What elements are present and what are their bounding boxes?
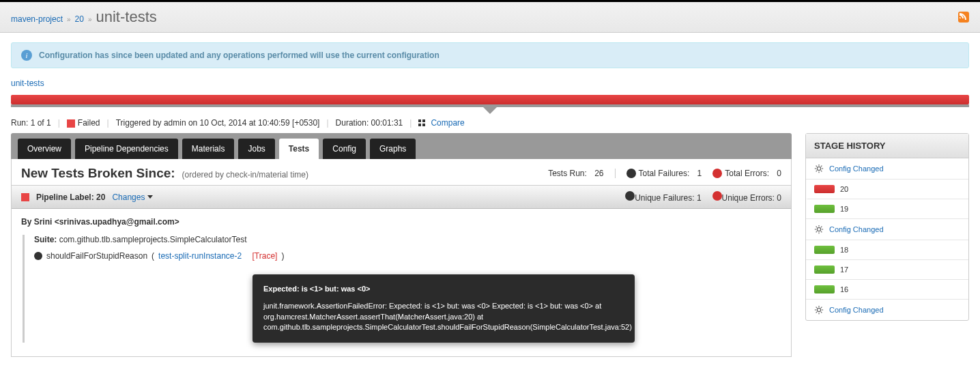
suite-label: Suite: (34, 235, 57, 244)
svg-point-6 (817, 167, 820, 170)
test-dot-icon (34, 252, 42, 260)
suite-name: com.github.tlb.sampleprojects.SimpleCalc… (59, 235, 247, 244)
breadcrumb: maven-project » 20 » unit-tests (11, 8, 157, 26)
test-row: shouldFailForStupidReason (test-split-ru… (34, 251, 781, 261)
tests-run: Tests Run: 26 (548, 169, 603, 178)
stage-history-title: STAGE HISTORY (806, 134, 968, 158)
breadcrumb-pipeline[interactable]: maven-project (11, 14, 63, 24)
gear-icon (814, 305, 824, 315)
stage-grey-strip (11, 104, 969, 107)
stage-history-panel: STAGE HISTORY Config Changed2019Config C… (805, 133, 969, 321)
tab-overview[interactable]: Overview (18, 139, 71, 159)
test-detail: By Srini <srinivas.upadhya@gmail.com> Su… (12, 209, 791, 356)
build-bar-icon (814, 266, 835, 274)
history-build-item[interactable]: 16 (806, 280, 968, 300)
build-bar-icon (814, 246, 835, 254)
test-name: shouldFailForStupidReason (46, 251, 147, 261)
build-bar-icon (814, 185, 835, 193)
svg-point-15 (817, 227, 820, 231)
summary-title: New Tests Broken Since: (21, 166, 175, 181)
test-summary-row: New Tests Broken Since: (ordered by chec… (12, 159, 791, 185)
history-config-changed[interactable]: Config Changed (806, 219, 968, 240)
pipeline-fail-chip-icon (21, 193, 29, 201)
svg-line-12 (821, 171, 822, 171)
svg-line-22 (816, 231, 817, 232)
info-message: Configuration has since been updated and… (39, 51, 439, 60)
changes-dropdown[interactable]: Changes (112, 192, 153, 202)
gear-icon (814, 164, 824, 173)
gear-icon (814, 225, 824, 234)
failure-dot-icon (626, 169, 636, 178)
unique-errors: Unique Errors: 0 (712, 191, 781, 203)
tab-content: New Tests Broken Since: (ordered by chec… (11, 159, 792, 357)
summary-subtitle: (ordered by check-in/material time) (182, 170, 308, 180)
compare-link[interactable]: Compare (418, 118, 464, 128)
instance-link[interactable]: test-split-runInstance-2 (158, 251, 242, 261)
tab-jobs[interactable]: Jobs (238, 139, 274, 159)
config-changed-link[interactable]: Config Changed (829, 225, 884, 233)
tab-tests[interactable]: Tests (279, 139, 319, 159)
total-failures: Total Failures: 1 (626, 169, 702, 178)
build-number: 16 (840, 285, 848, 293)
tab-pipeline-dependencies[interactable]: Pipeline Dependencies (75, 139, 178, 159)
tab-materials[interactable]: Materials (182, 139, 235, 159)
svg-line-14 (821, 166, 822, 167)
breadcrumb-sep: » (67, 16, 71, 23)
stage-status-bar (11, 95, 969, 107)
history-build-item[interactable]: 19 (806, 199, 968, 219)
build-bar-icon (814, 285, 835, 293)
svg-line-23 (821, 227, 822, 227)
config-changed-link[interactable]: Config Changed (829, 306, 884, 314)
compare-icon (418, 119, 428, 126)
pipeline-label-bar: Pipeline Label: 20 Changes Unique Failur… (12, 185, 791, 209)
svg-line-11 (816, 166, 817, 167)
history-config-changed[interactable]: Config Changed (806, 158, 968, 180)
fail-chip-icon (67, 119, 75, 128)
page-header: maven-project » 20 » unit-tests (0, 2, 980, 33)
svg-line-21 (821, 231, 822, 232)
stage-name-link[interactable]: unit-tests (11, 78, 44, 88)
breadcrumb-current: unit-tests (96, 8, 157, 26)
tab-bar: OverviewPipeline DependenciesMaterialsJo… (11, 133, 792, 159)
build-number: 18 (840, 246, 848, 254)
svg-line-13 (816, 171, 817, 171)
trace-link[interactable]: [Trace] (253, 251, 278, 261)
triggered-by: Triggered by admin on 10 Oct, 2014 at 10… (116, 118, 320, 128)
info-banner: i Configuration has since been updated a… (11, 42, 969, 68)
svg-point-24 (817, 308, 820, 311)
stage-red-strip (11, 95, 969, 104)
tab-config[interactable]: Config (323, 139, 366, 159)
svg-rect-2 (418, 119, 421, 122)
build-number: 20 (840, 185, 848, 193)
unique-failures: Unique Failures: 1 (625, 191, 701, 203)
history-build-item[interactable]: 17 (806, 260, 968, 280)
svg-line-20 (816, 227, 817, 227)
svg-rect-3 (418, 124, 421, 126)
svg-text:i: i (25, 51, 27, 59)
build-number: 19 (840, 205, 848, 213)
history-build-item[interactable]: 18 (806, 240, 968, 260)
svg-rect-4 (422, 119, 425, 122)
error-tooltip: Expected: is <1> but: was <0> junit.fram… (253, 274, 635, 343)
failure-dot-icon (625, 191, 635, 201)
build-number: 17 (840, 266, 848, 274)
error-body: junit.framework.AssertionFailedError: Ex… (263, 301, 624, 332)
svg-line-29 (816, 307, 817, 308)
history-build-item[interactable]: 20 (806, 180, 968, 199)
total-errors: Total Errors: 0 (712, 169, 781, 178)
tab-graphs[interactable]: Graphs (370, 139, 416, 159)
run-count: Run: 1 of 1 (11, 118, 51, 128)
error-dot-icon (712, 191, 722, 201)
build-bar-icon (814, 205, 835, 213)
error-dot-icon (712, 169, 722, 178)
svg-line-31 (816, 312, 817, 313)
config-changed-link[interactable]: Config Changed (829, 164, 884, 173)
chevron-down-icon (147, 195, 153, 199)
author-line: By Srini <srinivas.upadhya@gmail.com> (21, 217, 781, 227)
breadcrumb-build[interactable]: 20 (75, 14, 84, 24)
breadcrumb-sep: » (88, 16, 92, 23)
error-head: Expected: is <1> but: was <0> (263, 284, 624, 294)
history-config-changed[interactable]: Config Changed (806, 300, 968, 320)
rss-icon[interactable] (958, 12, 969, 23)
pipeline-label: Pipeline Label: 20 (36, 192, 105, 202)
